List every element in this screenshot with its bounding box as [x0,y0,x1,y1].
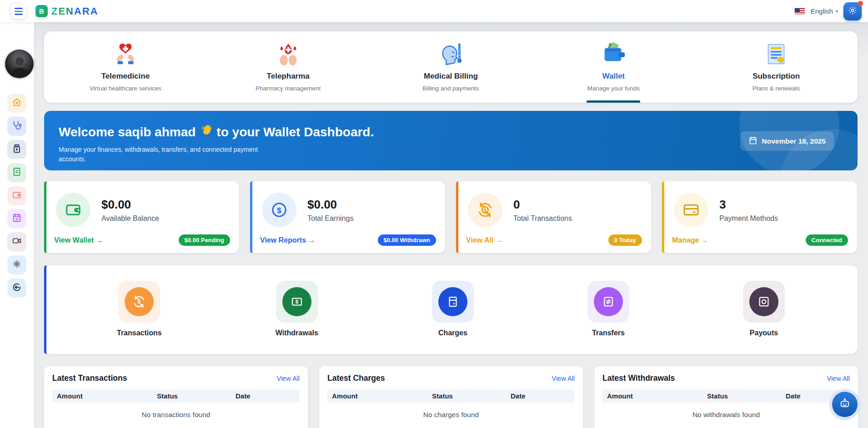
tab-telemedicine[interactable]: Telemedicine Virtual healthcare services [44,31,207,103]
sidebar-item-video-calls[interactable] [7,232,26,251]
action-label: Withdrawals [276,329,318,337]
svg-text:$: $ [277,206,281,215]
latest-withdrawals-panel: Latest Withdrawals View All Amount Statu… [594,366,858,428]
action-label: Transactions [117,329,162,337]
tab-sublabel: Plans & renewals [753,85,800,92]
settings-button[interactable] [843,2,862,20]
banner-title: Welcome saqib ahmad to your Wallet Dashb… [59,124,374,139]
robot-icon [838,397,851,412]
stat-card-available-balance: $0.00 Available Balance View Wallet → $0… [44,181,239,253]
column-header: Status [432,392,511,400]
date-pill[interactable]: November 18, 2025 [740,131,834,151]
hands-blood-drop-icon [274,38,302,70]
view-all-link[interactable]: View All → [466,236,503,244]
tab-sublabel: Pharmacy management [256,85,321,92]
billing-document-icon [12,167,22,179]
banner-subtitle: Manage your finances, withdrawals, trans… [59,145,277,164]
module-tabs: Telemedicine Virtual healthcare services… [44,31,858,103]
manage-link[interactable]: Manage → [672,236,708,244]
tab-label: Subscription [753,72,800,81]
stat-card-total-earnings: $ $0.00 Total Earnings View Reports → $0… [250,181,445,253]
panel-title: Latest Charges [327,373,385,383]
tab-subscription[interactable]: Subscription Plans & renewals [695,31,858,103]
gear-icon [848,6,857,17]
user-avatar[interactable] [5,50,34,78]
calendar-check-icon [12,213,22,224]
action-label: Payouts [750,329,778,337]
action-charges[interactable]: Charges [432,281,474,337]
svg-text:$: $ [296,299,299,304]
view-reports-link[interactable]: View Reports → [260,236,316,244]
brand-name: ZENARA [51,5,99,17]
tab-label: Telemedicine [101,72,150,81]
action-transactions[interactable]: $ Transactions [117,281,162,337]
tab-label: Wallet [602,72,625,81]
column-header: Date [511,392,570,400]
logout-icon [12,282,22,294]
dollar-cycle-icon: $ [125,287,154,316]
stat-value: $0.00 [307,198,353,212]
stat-card-total-transactions: $ 0 Total Transactions View All → 0 Toda… [456,181,651,253]
view-wallet-link[interactable]: View Wallet → [54,236,103,244]
view-all-link[interactable]: View All [552,375,575,382]
tab-medical-billing[interactable]: Medical Billing Billing and payments [370,31,532,103]
tab-wallet[interactable]: Wallet Manage your funds [532,31,695,103]
sidebar-item-wallet[interactable] [7,186,26,205]
action-label: Transfers [592,329,625,337]
empty-state-text: No withdrawals found [602,411,850,419]
sidebar-item-pharmacy[interactable] [7,140,26,159]
invoice-icon [762,38,790,70]
sidebar-item-appointments[interactable] [7,209,26,228]
latest-charges-panel: Latest Charges View All Amount Status Da… [319,366,583,428]
language-selector[interactable]: English ▾ [811,7,838,15]
action-label: Charges [438,329,467,337]
stat-label: Payment Methods [719,214,778,223]
empty-state-text: No transactions found [52,411,300,419]
hamburger-menu-button[interactable] [11,4,26,19]
column-header: Date [236,392,295,400]
view-all-link[interactable]: View All [276,375,300,382]
brand-logo[interactable]: B ZENARA [35,0,99,22]
wallet-icon [12,190,22,202]
column-header: Status [157,392,236,400]
tab-telepharma[interactable]: Telepharma Pharmacy management [207,31,370,103]
sidebar-item-telemedicine[interactable] [7,117,26,136]
stat-label: Total Earnings [307,214,353,223]
head-thermometer-icon [437,38,465,70]
action-transfers[interactable]: Transfers [587,281,629,337]
quick-actions: $ Transactions $ Withdrawals [44,265,858,354]
language-label: English [811,7,833,15]
status-badge: $0.00 Withdrawn [378,234,436,246]
gear-icon [12,259,22,271]
chat-support-button[interactable] [832,392,858,417]
waving-hand-icon [200,124,212,139]
tab-sublabel: Virtual healthcare services [90,85,161,92]
chevron-down-icon: ▾ [836,9,838,14]
sidebar-item-logout[interactable] [7,279,26,298]
action-withdrawals[interactable]: $ Withdrawals [276,281,318,337]
action-payouts[interactable]: Payouts [743,281,785,337]
sidebar-item-billing[interactable] [7,163,26,182]
swap-arrows-icon [594,287,623,316]
stat-label: Available Balance [101,214,159,223]
view-all-link[interactable]: View All [827,375,850,382]
credit-card-icon [674,193,708,227]
main-content: Telemedicine Virtual healthcare services… [34,22,868,428]
dollar-cycle-icon: $ [468,193,502,227]
sidebar-item-settings[interactable] [7,255,26,274]
sidebar-item-home[interactable] [7,94,26,113]
date-label: November 18, 2025 [762,137,826,145]
stethoscope-icon [12,120,22,132]
wallet-icon [56,193,90,227]
home-icon [12,97,22,109]
notification-dot [858,1,863,6]
column-header: Amount [607,392,707,400]
stat-value: $0.00 [101,198,159,212]
status-badge: Connected [806,234,848,246]
receipt-card-icon [438,287,467,316]
column-header: Amount [332,392,432,400]
stat-value: 3 [719,198,778,212]
latest-transactions-panel: Latest Transactions View All Amount Stat… [44,366,308,428]
empty-state-text: No charges found [327,411,575,419]
column-header: Amount [57,392,157,400]
